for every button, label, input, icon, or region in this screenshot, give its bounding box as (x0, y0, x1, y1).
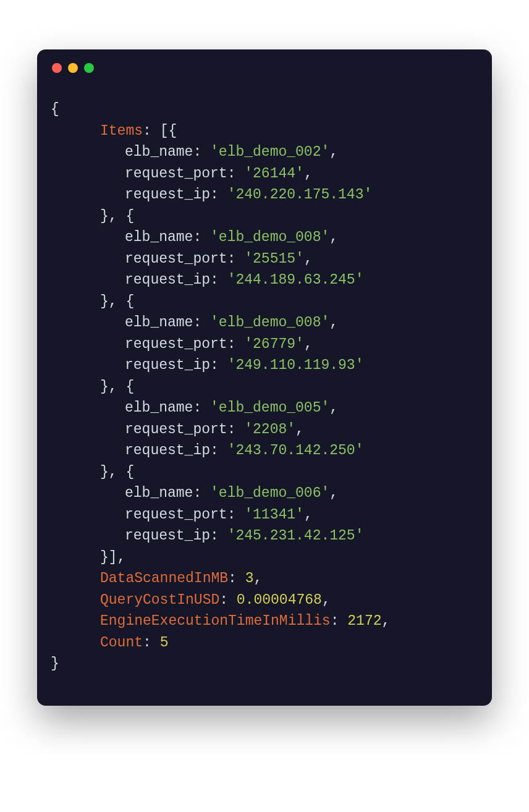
code-line: request_port: '25515', (51, 248, 478, 270)
code-line: request_ip: '244.189.63.245' (51, 269, 478, 291)
code-line: request_port: '26779', (51, 334, 478, 355)
code-line: request_port: '11341', (51, 504, 478, 526)
code-line: Count: 5 (51, 632, 478, 654)
code-line: }, { (51, 462, 478, 483)
code-line: request_ip: '249.110.119.93' (51, 355, 478, 376)
code-line: request_ip: '243.70.142.250' (51, 440, 478, 462)
code-line: request_port: '2208', (51, 419, 478, 441)
val-data-scanned: 3 (245, 570, 254, 586)
code-line: }, { (51, 376, 478, 398)
close-icon[interactable] (52, 63, 62, 73)
key-count: Count (100, 635, 143, 651)
val-request-port: '26144' (244, 166, 304, 182)
prop-request-port: request_port (125, 166, 227, 182)
code-line: request_ip: '245.231.42.125' (51, 525, 478, 547)
val-elb-name: 'elb_demo_002' (210, 144, 329, 160)
code-line: EngineExecutionTimeInMillis: 2172, (51, 611, 478, 632)
minimize-icon[interactable] (68, 63, 78, 73)
code-line: elb_name: 'elb_demo_005', (51, 397, 478, 419)
key-items: Items (100, 123, 143, 139)
code-line: elb_name: 'elb_demo_008', (51, 312, 478, 334)
key-query-cost: QueryCostInUSD (100, 592, 219, 608)
code-line: }], (51, 547, 478, 569)
key-engine-time: EngineExecutionTimeInMillis (100, 613, 331, 629)
prop-elb-name: elb_name (125, 144, 193, 160)
code-line: }, { (51, 291, 478, 313)
val-request-ip: '240.220.175.143' (227, 187, 373, 203)
val-engine-time: 2172 (347, 613, 381, 629)
terminal-window: {Items: [{elb_name: 'elb_demo_002',reque… (37, 49, 492, 706)
code-output: {Items: [{elb_name: 'elb_demo_002',reque… (37, 80, 492, 706)
brace-open: { (51, 101, 59, 117)
code-line: elb_name: 'elb_demo_006', (51, 483, 478, 504)
maximize-icon[interactable] (84, 63, 94, 73)
code-line: DataScannedInMB: 3, (51, 568, 478, 590)
brace-close: } (51, 656, 59, 672)
code-line: } (51, 653, 478, 675)
code-line: Items: [{ (51, 121, 478, 142)
window-controls (37, 49, 492, 80)
code-line: request_port: '26144', (51, 163, 478, 185)
val-count: 5 (160, 635, 169, 651)
code-line: elb_name: 'elb_demo_008', (51, 227, 478, 248)
prop-request-ip: request_ip (125, 187, 210, 203)
code-line: request_ip: '240.220.175.143' (51, 184, 478, 206)
code-line: { (51, 99, 478, 121)
code-line: }, { (51, 206, 478, 227)
val-query-cost: 0.00004768 (237, 592, 322, 608)
code-line: QueryCostInUSD: 0.00004768, (51, 590, 478, 611)
code-line: elb_name: 'elb_demo_002', (51, 142, 478, 163)
key-data-scanned: DataScannedInMB (100, 570, 228, 586)
